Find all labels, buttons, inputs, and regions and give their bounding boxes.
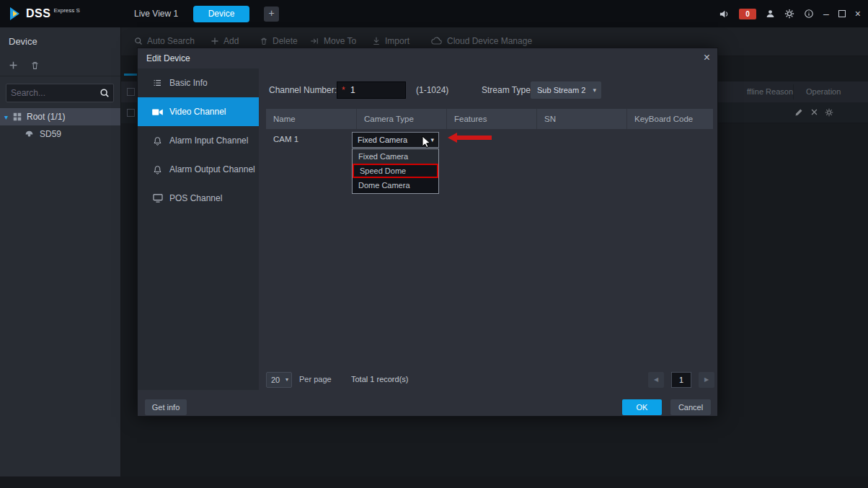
- current-page-box[interactable]: 1: [671, 372, 691, 388]
- nav-label: Alarm Output Channel: [169, 164, 255, 174]
- th-camera-type: Camera Type: [356, 109, 446, 129]
- nav-alarm-input-channel[interactable]: Alarm Input Channel: [138, 126, 259, 155]
- option-dome-camera[interactable]: Dome Camera: [353, 178, 438, 192]
- arrow-head: [448, 133, 457, 143]
- user-icon[interactable]: [766, 9, 775, 19]
- dialog-close-icon[interactable]: ×: [704, 51, 710, 64]
- maximize-button[interactable]: [838, 10, 846, 17]
- page-size-select[interactable]: 20 ▾: [266, 372, 292, 388]
- nav-basic-info[interactable]: Basic Info: [138, 68, 259, 97]
- channel-number-input[interactable]: [337, 81, 406, 99]
- th-features: Features: [446, 109, 536, 129]
- close-window-button[interactable]: ×: [855, 0, 861, 27]
- prev-page-button[interactable]: ◀: [648, 372, 664, 388]
- channel-range-hint: (1-1024): [416, 85, 448, 95]
- search-icon[interactable]: [99, 88, 110, 98]
- minimize-button[interactable]: –: [823, 0, 829, 27]
- per-page-label: Per page: [299, 375, 332, 383]
- annotation-arrow: [448, 133, 492, 143]
- video-camera-icon: [152, 108, 163, 116]
- app-root: { "colors": { "accent": "#0ca2e8", "alar…: [0, 0, 868, 488]
- app-logo: DSS Express S: [9, 6, 80, 22]
- device-sidebar: Device ▾ Root (1/1) SD59: [0, 27, 121, 488]
- titlebar: DSS Express S Live View 1 Device + 0 – ×: [0, 0, 868, 27]
- alarm-count-badge[interactable]: 0: [739, 9, 756, 19]
- tree-device-label: SD59: [40, 129, 61, 139]
- required-asterisk: *: [342, 85, 345, 95]
- logo-icon: [9, 6, 23, 22]
- get-info-button[interactable]: Get info: [145, 399, 187, 415]
- th-sn: SN: [536, 109, 626, 129]
- chevron-down-icon: ▾: [593, 81, 596, 99]
- nav-label: Video Channel: [169, 107, 226, 117]
- tree-node-device[interactable]: SD59: [0, 125, 120, 143]
- about-icon[interactable]: [804, 9, 814, 19]
- site-icon: [13, 112, 22, 121]
- th-keyboard-code: KeyBoard Code: [626, 109, 713, 129]
- search-input[interactable]: [11, 85, 93, 101]
- nav-label: Alarm Input Channel: [169, 136, 248, 146]
- speaker-icon[interactable]: [719, 9, 730, 19]
- alarm-output-bell-icon: [152, 165, 163, 174]
- option-speed-dome[interactable]: Speed Dome: [353, 164, 438, 178]
- sidebar-actions: [0, 56, 120, 76]
- stream-type-label: Stream Type:: [482, 85, 533, 95]
- channel-name-cell: CAM 1: [273, 135, 298, 143]
- channel-number-label: Channel Number:: [269, 85, 337, 95]
- bottom-strip: [0, 476, 868, 488]
- page-size-value: 20: [271, 376, 280, 384]
- dialog-nav: Basic Info Video Channel Alarm Input Cha…: [138, 68, 259, 390]
- pos-monitor-icon: [152, 194, 163, 203]
- th-name: Name: [266, 109, 356, 129]
- add-organization-icon[interactable]: [9, 61, 18, 70]
- nav-pos-channel[interactable]: POS Channel: [138, 184, 259, 213]
- edit-device-dialog: Edit Device × Basic Info Video Channel A…: [137, 48, 718, 417]
- sidebar-search: [6, 84, 114, 102]
- camera-type-dropdown-list: Fixed Camera Speed Dome Dome Camera: [352, 148, 439, 194]
- nav-label: POS Channel: [169, 193, 222, 203]
- arrow-bar: [457, 136, 492, 140]
- cancel-button[interactable]: Cancel: [670, 399, 711, 415]
- camera-type-value: Fixed Camera: [358, 136, 407, 144]
- stream-type-value: Sub Stream 2: [537, 86, 585, 94]
- nav-video-channel[interactable]: Video Channel: [138, 97, 259, 126]
- delete-organization-icon[interactable]: [30, 61, 40, 70]
- tab-live-view[interactable]: Live View 1: [134, 0, 178, 27]
- stream-type-select[interactable]: Sub Stream 2 ▾: [531, 81, 601, 99]
- mouse-cursor: [420, 136, 433, 148]
- add-tab-button[interactable]: +: [264, 6, 279, 22]
- ok-button[interactable]: OK: [622, 399, 662, 415]
- nav-alarm-output-channel[interactable]: Alarm Output Channel: [138, 155, 259, 184]
- list-icon: [152, 79, 163, 87]
- app-brand: DSS: [26, 6, 50, 22]
- tree-expand-icon[interactable]: ▾: [4, 113, 8, 121]
- sidebar-title: Device: [9, 36, 37, 47]
- chevron-down-icon: ▾: [285, 373, 288, 387]
- gear-icon[interactable]: [784, 9, 794, 19]
- nav-label: Basic Info: [169, 78, 208, 88]
- tab-device[interactable]: Device: [193, 6, 249, 22]
- tree-root-label: Root (1/1): [27, 112, 65, 122]
- dialog-title: Edit Device: [146, 53, 190, 63]
- alarm-input-bell-icon: [152, 136, 163, 146]
- dome-camera-icon: [25, 130, 34, 139]
- total-records-label: Total 1 record(s): [351, 375, 408, 383]
- option-fixed-camera[interactable]: Fixed Camera: [353, 149, 438, 164]
- tree-node-root[interactable]: ▾ Root (1/1): [0, 108, 120, 125]
- app-edition: Express S: [53, 7, 79, 14]
- channel-table-header: Name Camera Type Features SN KeyBoard Co…: [266, 109, 713, 129]
- next-page-button[interactable]: ▶: [699, 372, 714, 388]
